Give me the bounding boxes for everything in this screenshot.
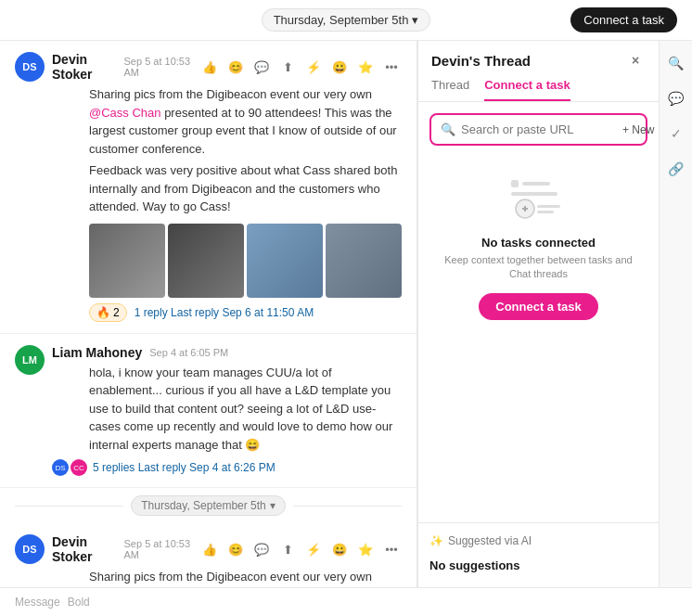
svg-rect-2 [522, 182, 550, 186]
share-icon-2[interactable]: ⬆ [277, 539, 298, 559]
message-text: Sharing pics from the Digibeacon event o… [89, 85, 402, 158]
image-cell [89, 224, 165, 298]
msg-time-liam: Sep 4 at 6:05 PM [149, 347, 228, 358]
search-sidebar-icon[interactable]: 🔍 [665, 52, 687, 74]
share-icon[interactable]: ⬆ [277, 57, 298, 77]
new-task-button[interactable]: + New [622, 123, 654, 136]
star-icon-2[interactable]: ⭐ [355, 539, 376, 559]
message-block: DS Devin Stoker Sep 5 at 10:53 AM 👍 😊 💬 … [0, 41, 416, 334]
image-cell [168, 224, 244, 298]
connect-task-pink-button[interactable]: Connect a task [479, 293, 597, 320]
thread-title-row: Devin's Thread × [431, 50, 646, 71]
speech-icon[interactable]: 💬 [251, 57, 272, 77]
check-sidebar-icon[interactable]: ✓ [665, 122, 687, 145]
message-text-2: Feedback was very positive about what Ca… [89, 161, 402, 216]
link-sidebar-icon[interactable]: 🔗 [665, 158, 687, 180]
speech-icon-2[interactable]: 💬 [251, 539, 272, 559]
reply-info[interactable]: 1 reply Last reply Sep 6 at 11:50 AM [135, 306, 314, 319]
no-tasks-title: No tasks connected [481, 236, 596, 250]
divider-line-left [15, 506, 123, 507]
search-icon: 🔍 [441, 122, 455, 136]
message-header-liam: Liam Mahoney Sep 4 at 6:05 PM [52, 345, 402, 360]
main-content: DS Devin Stoker Sep 5 at 10:53 AM 👍 😊 💬 … [0, 41, 692, 587]
thread-body: 🔍 + New No tasks connected [418, 102, 659, 522]
bottom-bar: Message Bold [0, 587, 692, 616]
avatar: DS [15, 52, 45, 82]
sender-name-devin2: Devin Stoker [52, 534, 117, 564]
image-cell [326, 224, 402, 298]
thumbs-up-icon[interactable]: 👍 [199, 57, 220, 77]
svg-rect-1 [511, 180, 519, 187]
connect-task-top-button[interactable]: Connect a task [570, 7, 677, 32]
divider-line-right [293, 506, 402, 507]
avatar-liam: LM [15, 345, 45, 375]
bolt-icon[interactable]: ⚡ [303, 57, 324, 77]
star-icon[interactable]: ⭐ [355, 57, 376, 77]
emoji-icon[interactable]: 😀 [329, 57, 350, 77]
avatar-devin2: DS [15, 534, 45, 564]
reaction-count: 2 [113, 306, 120, 319]
msg-time-devin2: Sep 5 at 10:53 AM [124, 538, 193, 560]
message-text-liam: hola, i know your team manages CUU/a lot… [89, 364, 402, 455]
bold-label: Bold [68, 596, 90, 609]
thumbs-up-icon-2[interactable]: 👍 [199, 539, 220, 559]
thread-panel-title: Devin's Thread [431, 53, 531, 69]
more-icon-2[interactable]: ••• [381, 539, 402, 559]
message-toolbar: 👍 😊 💬 ⬆ ⚡ 😀 ⭐ ••• [199, 57, 402, 77]
smiley-icon-2[interactable]: 😊 [225, 539, 246, 559]
date-pill-label: Thursday, September 5th [141, 499, 266, 512]
suggested-label: ✨ Suggested via AI [429, 534, 647, 547]
message-toolbar-2: 👍 😊 💬 ⬆ ⚡ 😀 ⭐ ••• [199, 539, 402, 559]
no-tasks-desc: Keep context together between tasks and … [437, 253, 640, 282]
mention[interactable]: @Cass Chan [89, 106, 161, 120]
reply-avatars: DS CC 5 replies Last reply Sep 4 at 6:26… [52, 459, 402, 476]
thread-panel: Devin's Thread × Thread Connect a task 🔍… [417, 41, 659, 587]
msg-time: Sep 5 at 10:53 AM [124, 56, 193, 78]
no-tasks-graphic [502, 175, 576, 226]
date-label: Thursday, September 5th [274, 13, 409, 27]
thread-header: Devin's Thread × Thread Connect a task [418, 41, 659, 102]
reply-avatar-2: CC [70, 459, 87, 476]
svg-rect-3 [511, 192, 557, 196]
message-header: Devin Stoker Sep 5 at 10:53 AM 👍 😊 💬 ⬆ ⚡… [52, 52, 402, 82]
url-search-box: 🔍 + New [429, 113, 647, 146]
tab-thread[interactable]: Thread [431, 78, 469, 101]
chat-sidebar-icon[interactable]: 💬 [665, 87, 687, 109]
reaction-bar: 🔥 2 1 reply Last reply Sep 6 at 11:50 AM [89, 303, 402, 322]
chevron-down-icon: ▾ [412, 13, 418, 27]
reaction-badge[interactable]: 🔥 2 [89, 303, 127, 322]
top-bar: Thursday, September 5th ▾ Connect a task [0, 0, 692, 41]
message-label: Message [15, 596, 60, 609]
message-header-devin2: Devin Stoker Sep 5 at 10:53 AM 👍 😊 💬 ⬆ ⚡… [52, 534, 402, 564]
suggested-via-ai-label: Suggested via AI [448, 534, 532, 547]
image-cell [247, 224, 323, 298]
date-selector[interactable]: Thursday, September 5th ▾ [262, 8, 431, 32]
right-sidebar: 🔍 💬 ✓ 🔗 [659, 41, 692, 587]
message-block-liam: LM Liam Mahoney Sep 4 at 6:05 PM hola, i… [0, 334, 416, 489]
sender-name-liam: Liam Mahoney [52, 345, 142, 360]
close-thread-button[interactable]: × [625, 50, 646, 71]
message-block-devin2: DS Devin Stoker Sep 5 at 10:53 AM 👍 😊 💬 … [0, 523, 416, 587]
more-icon[interactable]: ••• [381, 57, 402, 77]
ai-sparkle-icon: ✨ [429, 534, 443, 547]
no-suggestions-label: No suggestions [429, 555, 647, 580]
chat-panel: DS Devin Stoker Sep 5 at 10:53 AM 👍 😊 💬 … [0, 41, 417, 587]
message-text-devin2: Sharing pics from the Digibeacon event o… [89, 568, 402, 587]
date-divider: Thursday, September 5th ▾ [0, 488, 416, 523]
liam-reply-info[interactable]: 5 replies Last reply Sep 4 at 6:26 PM [93, 461, 276, 474]
suggested-section: ✨ Suggested via AI No suggestions [418, 522, 659, 587]
date-pill[interactable]: Thursday, September 5th ▾ [131, 495, 286, 516]
svg-rect-8 [537, 211, 554, 213]
reply-avatar-1: DS [52, 459, 69, 476]
no-tasks-section: No tasks connected Keep context together… [429, 160, 647, 335]
image-grid [89, 224, 402, 298]
thread-tabs: Thread Connect a task [431, 78, 646, 101]
svg-rect-7 [537, 205, 560, 208]
sender-name: Devin Stoker [52, 52, 117, 82]
bolt-icon-2[interactable]: ⚡ [303, 539, 324, 559]
emoji-icon-2[interactable]: 😀 [329, 539, 350, 559]
url-search-input[interactable] [461, 122, 617, 136]
smiley-icon[interactable]: 😊 [225, 57, 246, 77]
chevron-icon: ▾ [270, 499, 276, 512]
tab-connect-task[interactable]: Connect a task [484, 78, 570, 101]
